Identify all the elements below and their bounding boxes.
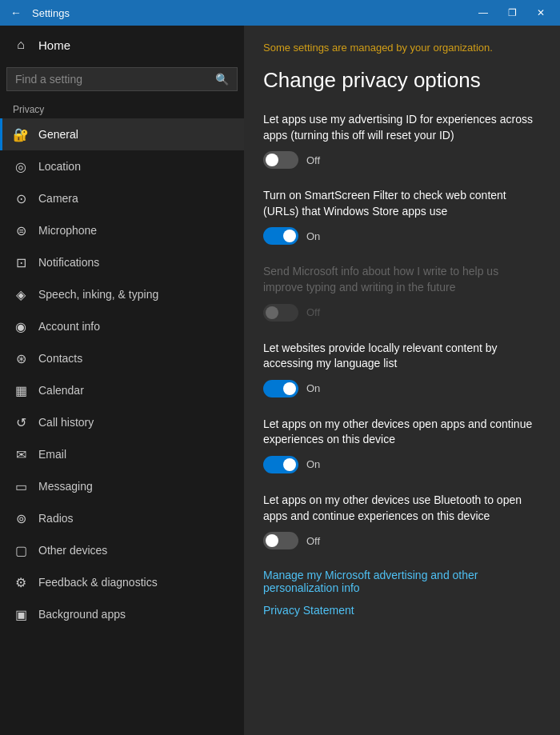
sidebar-item-notifications[interactable]: ⊡Notifications [0,246,244,278]
sidebar-item-calendar[interactable]: ▦Calendar [0,374,244,406]
title-bar-left: ← Settings [6,3,70,22]
sidebar-item-label-email: Email [38,448,66,461]
toggle-row-language_list: On [263,380,541,397]
close-button[interactable]: ✕ [528,3,554,22]
toggle-text-language_list: On [306,382,320,394]
toggle-knob-typing_info [266,306,278,319]
link-privacy_statement[interactable]: Privacy Statement [263,604,541,617]
sidebar: ⌂ Home 🔍 Privacy 🔐General◎Location⊙Camer… [0,26,244,735]
page-title: Change privacy options [263,68,541,93]
sidebar-item-email[interactable]: ✉Email [0,438,244,470]
sidebar-item-label-microphone: Microphone [38,224,97,237]
app-body: ⌂ Home 🔍 Privacy 🔐General◎Location⊙Camer… [0,26,560,735]
title-bar: ← Settings — ❐ ✕ [0,0,560,26]
home-label: Home [38,38,70,52]
settings-list: Let apps use my advertising ID for exper… [263,112,541,549]
sidebar-item-messaging[interactable]: ▭Messaging [0,470,244,502]
nav-items-list: 🔐General◎Location⊙Camera⊜Microphone⊡Noti… [0,118,244,630]
setting-label-typing_info: Send Microsoft info about how I write to… [263,264,541,295]
content-area: Some settings are managed by your organi… [244,26,560,735]
sidebar-item-label-feedback: Feedback & diagnostics [38,576,158,589]
toggle-row-other_devices_apps: On [263,456,541,473]
sidebar-item-radios[interactable]: ⊚Radios [0,502,244,534]
sidebar-item-label-radios: Radios [38,512,74,525]
setting-label-smartscreen: Turn on SmartScreen Filter to check web … [263,188,541,219]
setting-item-bluetooth_devices: Let apps on my other devices use Bluetoo… [263,493,541,549]
sidebar-item-background[interactable]: ▣Background apps [0,598,244,630]
home-icon: ⌂ [13,37,29,53]
speech-nav-icon: ◈ [13,286,29,302]
window-title: Settings [32,7,70,19]
background-nav-icon: ▣ [13,606,29,622]
search-icon: 🔍 [215,73,229,86]
sidebar-item-feedback[interactable]: ⚙Feedback & diagnostics [0,566,244,598]
contacts-nav-icon: ⊛ [13,350,29,366]
setting-label-other_devices_apps: Let apps on my other devices open apps a… [263,417,541,448]
sidebar-item-otherdevices[interactable]: ▢Other devices [0,534,244,566]
sidebar-item-label-contacts: Contacts [38,352,82,365]
toggle-row-typing_info: Off [263,304,541,322]
otherdevices-nav-icon: ▢ [13,542,29,558]
setting-item-advertising_id: Let apps use my advertising ID for exper… [263,112,541,169]
toggle-knob-advertising_id [266,154,278,166]
sidebar-item-label-notifications: Notifications [38,256,99,269]
setting-label-bluetooth_devices: Let apps on my other devices use Bluetoo… [263,493,541,524]
sidebar-item-label-camera: Camera [38,192,78,205]
link-manage_advertising[interactable]: Manage my Microsoft advertising and othe… [263,569,541,594]
sidebar-item-label-account: Account info [38,320,100,333]
toggle-knob-language_list [283,382,296,395]
links-list: Manage my Microsoft advertising and othe… [263,569,541,617]
camera-nav-icon: ⊙ [13,190,29,206]
toggle-bluetooth_devices[interactable] [263,532,298,549]
setting-label-advertising_id: Let apps use my advertising ID for exper… [263,112,541,143]
callhistory-nav-icon: ↺ [13,414,29,430]
toggle-knob-bluetooth_devices [266,534,278,547]
sidebar-item-general[interactable]: 🔐General [0,118,244,150]
sidebar-item-camera[interactable]: ⊙Camera [0,182,244,214]
search-input[interactable] [15,73,212,86]
sidebar-item-location[interactable]: ◎Location [0,150,244,182]
email-nav-icon: ✉ [13,446,29,462]
messaging-nav-icon: ▭ [13,478,29,494]
toggle-row-bluetooth_devices: Off [263,532,541,549]
sidebar-item-label-callhistory: Call history [38,416,94,429]
toggle-row-advertising_id: Off [263,151,541,169]
toggle-text-other_devices_apps: On [306,458,320,470]
toggle-text-typing_info: Off [306,306,320,318]
search-box[interactable]: 🔍 [6,67,238,91]
toggle-other_devices_apps[interactable] [263,456,298,473]
toggle-text-smartscreen: On [306,230,320,242]
setting-item-other_devices_apps: Let apps on my other devices open apps a… [263,417,541,473]
account-nav-icon: ◉ [13,318,29,334]
sidebar-item-speech[interactable]: ◈Speech, inking, & typing [0,278,244,310]
toggle-knob-smartscreen [283,230,296,242]
notifications-nav-icon: ⊡ [13,254,29,270]
sidebar-item-label-speech: Speech, inking, & typing [38,288,158,301]
sidebar-item-label-location: Location [38,160,81,173]
sidebar-item-label-otherdevices: Other devices [38,544,107,557]
back-button[interactable]: ← [6,3,26,22]
toggle-text-advertising_id: Off [306,154,320,166]
sidebar-item-label-background: Background apps [38,608,126,621]
setting-label-language_list: Let websites provide locally relevant co… [263,341,541,372]
location-nav-icon: ◎ [13,158,29,174]
window-controls: — ❐ ✕ [470,3,554,22]
sidebar-item-callhistory[interactable]: ↺Call history [0,406,244,438]
org-warning: Some settings are managed by your organi… [263,42,541,54]
minimize-button[interactable]: — [470,3,496,22]
general-nav-icon: 🔐 [13,126,29,142]
toggle-language_list[interactable] [263,380,298,397]
maximize-button[interactable]: ❐ [499,3,525,22]
radios-nav-icon: ⊚ [13,510,29,526]
home-nav-item[interactable]: ⌂ Home [0,26,244,64]
microphone-nav-icon: ⊜ [13,222,29,238]
toggle-smartscreen[interactable] [263,227,298,245]
sidebar-item-account[interactable]: ◉Account info [0,310,244,342]
setting-item-language_list: Let websites provide locally relevant co… [263,341,541,397]
sidebar-item-contacts[interactable]: ⊛Contacts [0,342,244,374]
toggle-advertising_id[interactable] [263,151,298,169]
sidebar-item-label-messaging: Messaging [38,480,93,493]
toggle-typing_info [263,304,298,322]
sidebar-item-microphone[interactable]: ⊜Microphone [0,214,244,246]
toggle-knob-other_devices_apps [283,458,296,471]
